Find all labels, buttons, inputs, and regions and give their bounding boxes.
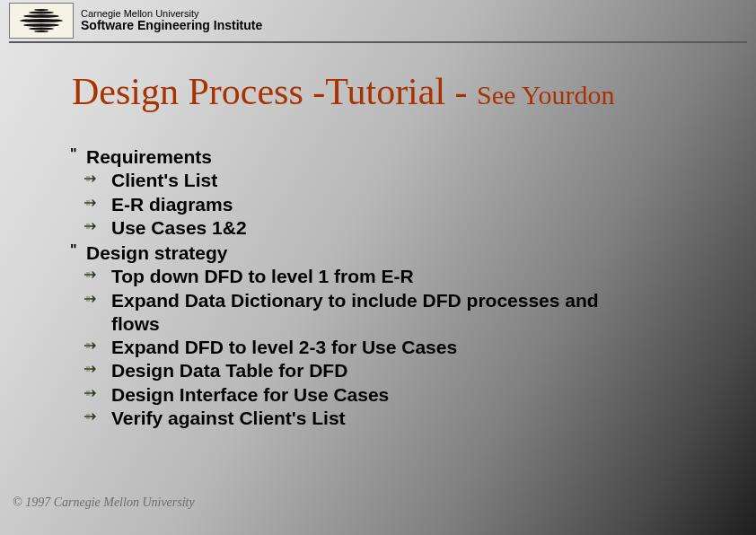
bullet-level2-label: Use Cases 1&2 — [111, 217, 247, 238]
bullet-level2-label: Design Data Table for DFD — [111, 360, 347, 381]
sub-bullet-list: Top down DFD to level 1 from E-R Expand … — [70, 265, 648, 430]
bullet-level2: Use Cases 1&2 — [70, 216, 648, 240]
bullet-level2: Design Interface for Use Cases — [70, 383, 648, 407]
slide-body: " Requirements Client's List E-R diagram… — [70, 144, 648, 430]
header-divider — [9, 41, 747, 43]
bullet-level1-label: Requirements — [86, 146, 212, 167]
bullet-level2-label: Top down DFD to level 1 from E-R — [111, 266, 414, 286]
bullet-level2: Top down DFD to level 1 from E-R — [70, 265, 648, 288]
tick-icon: " — [70, 145, 77, 163]
svg-point-3 — [29, 12, 54, 14]
bullet-level2-label: Verify against Client's List — [111, 408, 346, 428]
title-main: Design Process -Tutorial - — [72, 71, 477, 112]
bullet-level2: Expand Data Dictionary to include DFD pr… — [70, 289, 648, 337]
arrow-icon — [84, 389, 101, 398]
bullet-level2-label: Expand DFD to level 2-3 for Use Cases — [111, 337, 457, 357]
bullet-level2-label: E-R diagrams — [111, 194, 233, 215]
svg-point-6 — [34, 31, 48, 32]
arrow-icon — [84, 364, 101, 373]
svg-point-0 — [20, 19, 63, 22]
bullet-level2: E-R diagrams — [70, 193, 648, 216]
arrow-icon — [84, 341, 101, 350]
bullet-level2-label: Expand Data Dictionary to include DFD pr… — [111, 290, 599, 334]
arrow-icon — [84, 222, 101, 231]
slide-title: Design Process -Tutorial - See Yourdon — [72, 70, 614, 113]
header: Carnegie Mellon University Software Engi… — [9, 2, 747, 39]
arrow-icon — [84, 412, 101, 421]
tick-icon: " — [70, 241, 77, 259]
svg-point-4 — [29, 28, 54, 31]
arrow-icon — [84, 270, 101, 279]
bullet-level2: Design Data Table for DFD — [70, 359, 648, 382]
arrow-icon — [84, 198, 101, 207]
arrow-icon — [84, 174, 101, 183]
bullet-level1: " Design strategy — [70, 241, 648, 265]
header-text: Carnegie Mellon University Software Engi… — [81, 9, 262, 32]
slide: Carnegie Mellon University Software Engi… — [0, 0, 756, 535]
bullet-level2: Verify against Client's List — [70, 407, 648, 430]
arrow-icon — [84, 294, 101, 303]
svg-point-5 — [34, 9, 48, 11]
bullet-level2-label: Design Interface for Use Cases — [111, 384, 389, 405]
bullet-level2: Client's List — [70, 169, 648, 192]
bullet-level1: " Requirements — [70, 145, 648, 169]
svg-point-2 — [23, 23, 59, 27]
footer-copyright: © 1997 Carnegie Mellon University — [13, 496, 195, 510]
sei-logo — [9, 3, 74, 39]
svg-point-1 — [23, 14, 59, 18]
bullet-level2: Expand DFD to level 2-3 for Use Cases — [70, 336, 648, 359]
institute-name: Software Engineering Institute — [81, 19, 262, 32]
title-sub: See Yourdon — [477, 80, 614, 110]
bullet-level2-label: Client's List — [111, 170, 217, 190]
bullet-level1-label: Design strategy — [86, 242, 228, 263]
sub-bullet-list: Client's List E-R diagrams Use Cases 1&2 — [70, 169, 648, 240]
